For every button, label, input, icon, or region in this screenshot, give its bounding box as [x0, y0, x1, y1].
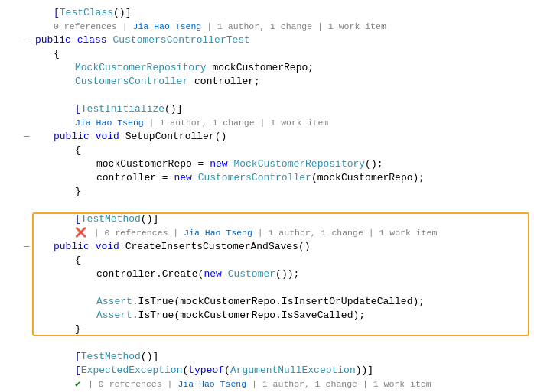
code-3: public class CustomersControllerTest — [32, 34, 531, 47]
code-23: Assert.IsTrue(mockCustomerRepo.IsSaveCal… — [32, 309, 531, 322]
code-4: { — [32, 47, 531, 61]
bracket-open-27: [ — [75, 364, 81, 376]
attr-testmethod-16: TestMethod — [81, 213, 141, 225]
line-16: [TestMethod()] — [0, 212, 534, 226]
code-6: CustomersController controller; — [32, 75, 531, 89]
code-14: } — [32, 185, 531, 199]
bracket-close: ()] — [113, 7, 131, 18]
line-18: − public void CreateInsertsCustomerAndSa… — [0, 240, 534, 254]
line-14: } — [0, 185, 534, 199]
method-create: CreateInsertsCustomerAndSaves() — [125, 241, 311, 252]
line-23: Assert.IsTrue(mockCustomerRepo.IsSaveCal… — [0, 309, 534, 322]
code-11: { — [32, 144, 531, 157]
meta-28: ✔ | 0 references | Jia Hao Tseng | 1 aut… — [32, 377, 531, 391]
type-assert-22: Assert — [96, 296, 132, 307]
code-13: controller = new CustomersController(moc… — [32, 171, 531, 185]
attr-testmethod-26: TestMethod — [81, 351, 141, 362]
paren-close: ))] — [356, 364, 373, 376]
code-19: { — [32, 254, 531, 267]
type-mock: MockCustomerRepository — [75, 62, 207, 73]
code-21 — [32, 281, 531, 295]
bracket-open-8: [ — [75, 103, 81, 115]
line-5: MockCustomerRepository mockCustomerRepo; — [0, 61, 534, 75]
line-19: { — [0, 254, 534, 267]
author-link-17[interactable]: Jia Hao Tseng — [184, 228, 252, 238]
classname: CustomersControllerTest — [112, 34, 249, 46]
line-7 — [0, 89, 534, 102]
code-5: MockCustomerRepository mockCustomerRepo; — [32, 61, 531, 75]
type-mockrepo: MockCustomerRepository — [233, 158, 365, 170]
line-13: controller = new CustomersController(moc… — [0, 171, 534, 185]
author-link-9[interactable]: Jia Hao Tseng — [75, 118, 144, 128]
line-25 — [0, 336, 534, 350]
kw-typeof: typeof — [188, 364, 224, 376]
type-cc: CustomersController — [198, 172, 311, 183]
line-4: { — [0, 47, 534, 61]
type-customer: Customer — [228, 268, 275, 280]
meta-9: Jia Hao Tseng | 1 author, 1 change | 1 w… — [32, 116, 531, 130]
meta-text-2: 0 references | Jia Hao Tseng | 1 author,… — [54, 21, 386, 31]
attr-name: TestClass — [60, 7, 113, 18]
line-26: [TestMethod()] — [0, 350, 534, 364]
collapse-3[interactable]: − — [21, 34, 32, 47]
ok-icon: ✔ — [75, 379, 80, 390]
kw-public-10: public — [54, 131, 90, 142]
code-16: [TestMethod()] — [32, 212, 531, 226]
bracket-close-8: ()] — [164, 103, 182, 115]
meta-2: 0 references | Jia Hao Tseng | 1 author,… — [32, 20, 531, 34]
var-controller: controller; — [194, 76, 260, 87]
author-link-2[interactable]: Jia Hao Tseng — [133, 21, 202, 31]
code-25 — [32, 336, 531, 350]
bracket-close-16: ()] — [141, 213, 158, 225]
line-1: [TestClass()] — [0, 6, 534, 20]
line-12: mockCustomerRepo = new MockCustomerRepos… — [0, 157, 534, 171]
line-21 — [0, 281, 534, 295]
line-17-meta: ❌ | 0 references | Jia Hao Tseng | 1 aut… — [0, 226, 534, 240]
code-12: mockCustomerRepo = new MockCustomerRepos… — [32, 157, 531, 171]
type-argex: ArgumentNullException — [230, 364, 356, 376]
line-11: { — [0, 144, 534, 157]
code-26: [TestMethod()] — [32, 350, 531, 364]
collapse-10[interactable]: − — [21, 130, 32, 144]
code-24: } — [32, 322, 531, 336]
meta-17: ❌ | 0 references | Jia Hao Tseng | 1 aut… — [32, 226, 531, 240]
line-15 — [0, 199, 534, 212]
code-editor: [TestClass()] 0 references | Jia Hao Tse… — [0, 0, 534, 392]
method-setup: SetupController() — [125, 131, 227, 142]
error-icon: ❌ — [75, 228, 86, 238]
type-controller: CustomersController — [75, 76, 188, 87]
line-8: [TestInitialize()] — [0, 102, 534, 116]
code-8: [TestInitialize()] — [32, 102, 531, 116]
line-3: − public class CustomersControllerTest — [0, 34, 534, 47]
var-mock: mockCustomerRepo; — [212, 62, 314, 73]
code-22: Assert.IsTrue(mockCustomerRepo.IsInsertO… — [32, 295, 531, 309]
line-22: Assert.IsTrue(mockCustomerRepo.IsInsertO… — [0, 295, 534, 309]
bracket-open-16: [ — [75, 213, 81, 225]
kw-new-20: new — [204, 268, 221, 280]
code-15 — [32, 199, 531, 212]
line-24: } — [0, 322, 534, 336]
kw-new-12: new — [210, 158, 227, 170]
code-18: public void CreateInsertsCustomerAndSave… — [32, 240, 531, 254]
code-7 — [32, 89, 531, 102]
line-6: CustomersController controller; — [0, 75, 534, 89]
collapse-18[interactable]: − — [21, 240, 32, 254]
attr-testinit: TestInitialize — [81, 103, 164, 115]
meta-text-17: | 0 references | Jia Hao Tseng | 1 autho… — [94, 228, 438, 238]
author-link-28[interactable]: Jia Hao Tseng — [177, 379, 246, 389]
kw-void-10: void — [96, 131, 119, 142]
kw-new-13: new — [174, 172, 191, 183]
meta-text-9: Jia Hao Tseng | 1 author, 1 change | 1 w… — [75, 118, 328, 128]
code-20: controller.Create(new Customer()); — [32, 267, 531, 281]
kw-void-18: void — [96, 241, 119, 252]
bracket-open-26: [ — [75, 351, 81, 362]
kw-public-18: public — [54, 241, 90, 252]
paren-open: ( — [224, 364, 230, 376]
line-2-meta: 0 references | Jia Hao Tseng | 1 author,… — [0, 20, 534, 34]
line-27: [ExpectedException(typeof(ArgumentNullEx… — [0, 364, 534, 377]
bracket-close-26: ()] — [141, 351, 158, 362]
highlighted-section: [TestMethod()] ❌ | 0 references | Jia Ha… — [0, 212, 534, 336]
line-28-meta: ✔ | 0 references | Jia Hao Tseng | 1 aut… — [0, 377, 534, 391]
line-10: − public void SetupController() — [0, 130, 534, 144]
bracket-open: [ — [54, 7, 60, 18]
